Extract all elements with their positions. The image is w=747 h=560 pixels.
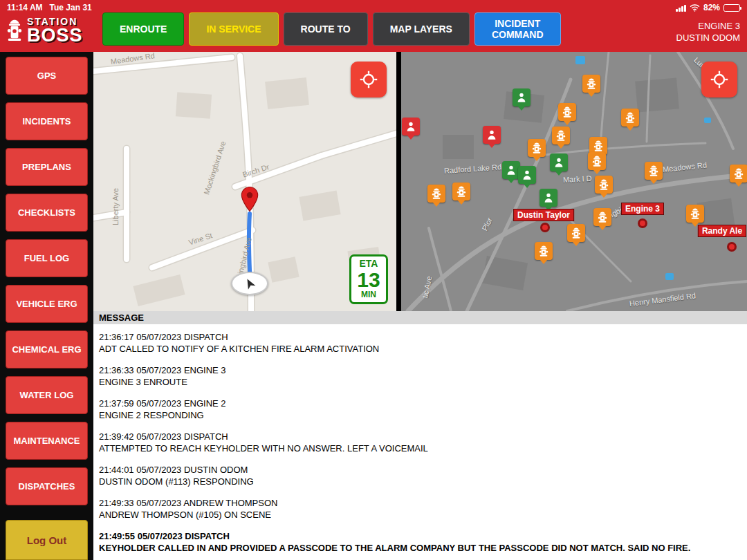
hydrant-marker[interactable] xyxy=(552,127,570,144)
gps-target-icon xyxy=(710,70,729,89)
message-body: ANDREW THOMPSON (#105) ON SCENE xyxy=(99,509,741,521)
message-timestamp: 21:39:42 05/07/2023 DISPATCH xyxy=(99,431,741,442)
hydrant-logo-icon xyxy=(6,19,24,44)
message-timestamp: 21:37:59 05/07/2023 ENGINE 2 xyxy=(99,398,741,409)
unit-location-dot[interactable] xyxy=(540,223,550,232)
hydrant-marker[interactable] xyxy=(621,109,639,127)
fire-hydrant-icon xyxy=(592,140,605,152)
hydrant-marker[interactable] xyxy=(686,205,704,223)
person-icon xyxy=(521,169,533,181)
fire-hydrant-icon xyxy=(430,187,443,200)
sidebar-item-gps[interactable]: GPS xyxy=(6,57,88,95)
locate-button[interactable] xyxy=(351,62,387,97)
fire-hydrant-icon xyxy=(598,178,610,191)
message-panel-title: MESSAGE xyxy=(93,311,747,324)
cellular-signal-icon xyxy=(676,4,686,12)
message-body: ADT CALLED TO NOTIFY OF A KITCHEN FIRE A… xyxy=(99,343,741,355)
hydrant-marker[interactable] xyxy=(588,152,606,170)
message-item: 21:39:42 05/07/2023 DISPATCHATTEMPTED TO… xyxy=(99,431,741,454)
fire-hydrant-icon xyxy=(561,106,573,118)
hydrant-marker[interactable] xyxy=(645,162,663,180)
hydrant-marker[interactable] xyxy=(567,224,585,242)
sidebar-item-water-log[interactable]: WATER LOG xyxy=(6,376,88,414)
person-icon xyxy=(542,192,555,204)
person-icon xyxy=(486,129,498,141)
fire-hydrant-icon xyxy=(555,129,567,142)
fire-hydrant-icon xyxy=(537,245,550,257)
hydrant-marker[interactable] xyxy=(593,208,611,226)
hydrant-marker[interactable] xyxy=(582,75,600,93)
map-layers-button[interactable]: MAP LAYERS xyxy=(373,12,470,46)
person-icon xyxy=(515,91,528,104)
map-unit-label[interactable]: Randy Ale xyxy=(698,225,746,237)
hydrant-marker[interactable] xyxy=(730,165,747,183)
personnel-marker[interactable] xyxy=(550,153,568,171)
enroute-button[interactable]: ENROUTE xyxy=(102,12,184,46)
incident-command-button[interactable]: INCIDENTCOMMAND xyxy=(474,12,561,46)
navigation-arrow-icon xyxy=(241,275,258,292)
sidebar-item-vehicle-erg[interactable]: VEHICLE ERG xyxy=(6,285,88,323)
eta-unit: MIN xyxy=(351,290,386,299)
message-body: ATTEMPTED TO REACH KEYHOLDER WITH NO ANS… xyxy=(99,442,741,454)
sidebar-item-maintenance[interactable]: MAINTENANCE xyxy=(6,422,88,460)
message-body: KEYHOLDER CALLED IN AND PROVIDED A PASSC… xyxy=(99,542,741,554)
message-item: 21:44:01 05/07/2023 DUSTIN ODOMDUSTIN OD… xyxy=(99,464,741,487)
fire-hydrant-icon xyxy=(647,165,660,177)
navigation-map[interactable]: Meadows RdMockingbird AveBirch DrLiberty… xyxy=(93,52,396,311)
person-icon xyxy=(505,164,517,176)
personnel-marker[interactable] xyxy=(518,166,536,184)
message-list[interactable]: 21:36:17 05/07/2023 DISPATCHADT CALLED T… xyxy=(93,324,747,560)
personnel-marker[interactable] xyxy=(483,126,501,144)
hydrant-marker[interactable] xyxy=(535,242,553,260)
fire-hydrant-icon xyxy=(591,155,603,167)
route-to-button[interactable]: ROUTE TO xyxy=(284,12,368,46)
message-timestamp: 21:44:01 05/07/2023 DUSTIN ODOM xyxy=(99,464,741,476)
hydrant-marker[interactable] xyxy=(595,176,613,194)
sidebar-item-fuel-log[interactable]: FUEL LOG xyxy=(6,239,88,277)
logout-button[interactable]: Log Out xyxy=(6,520,88,560)
map-unit-label[interactable]: Dustin Taylor xyxy=(513,209,574,221)
fire-hydrant-icon xyxy=(585,77,598,90)
hydrant-marker[interactable] xyxy=(558,103,576,121)
eta-label: ETA xyxy=(351,259,386,269)
in-service-button[interactable]: IN SERVICE xyxy=(189,12,278,46)
unit-user-block: ENGINE 3 DUSTIN ODOM xyxy=(676,20,740,44)
map-unit-label[interactable]: Engine 3 xyxy=(621,203,664,215)
message-body: ENGINE 3 ENROUTE xyxy=(99,376,741,388)
message-body: DUSTIN ODOM (#113) RESPONDING xyxy=(99,476,741,487)
sidebar-item-dispatches[interactable]: DISPATCHES xyxy=(6,467,88,505)
sidebar-item-checklists[interactable]: CHECKLISTS xyxy=(6,194,88,232)
person-icon xyxy=(553,156,565,169)
message-panel: MESSAGE 21:36:17 05/07/2023 DISPATCHADT … xyxy=(93,311,747,560)
personnel-marker[interactable] xyxy=(540,189,557,207)
unit-location-dot[interactable] xyxy=(638,218,647,228)
hydrant-marker[interactable] xyxy=(452,183,470,200)
hydrant-marker[interactable] xyxy=(528,139,546,157)
personnel-marker[interactable] xyxy=(402,118,420,136)
unit-name: ENGINE 3 xyxy=(676,20,740,32)
street-label: Mark I D xyxy=(563,174,592,184)
eta-badge: ETA 13 MIN xyxy=(349,254,388,304)
fire-hydrant-icon xyxy=(455,185,468,198)
fire-hydrant-icon xyxy=(732,167,745,180)
user-name: DUSTIN ODOM xyxy=(676,32,740,44)
station-boss-logo: STATION BOSS xyxy=(6,17,83,45)
message-body: ENGINE 2 RESPONDING xyxy=(99,409,741,421)
sidebar-item-chemical-erg[interactable]: CHEMICAL ERG xyxy=(6,330,88,368)
person-icon xyxy=(405,120,417,133)
unit-location-dot[interactable] xyxy=(727,242,737,252)
battery-percent: 82% xyxy=(703,3,720,12)
incident-map[interactable]: LumRadford Lake RdMark I DMeadows Rdckin… xyxy=(401,52,747,311)
wifi-icon xyxy=(690,3,700,12)
water-feature xyxy=(704,118,711,123)
header-button-row: ENROUTEIN SERVICEROUTE TOMAP LAYERSINCID… xyxy=(102,12,561,46)
message-item: 21:37:59 05/07/2023 ENGINE 2ENGINE 2 RES… xyxy=(99,398,741,421)
sidebar-item-preplans[interactable]: PREPLANS xyxy=(6,148,88,186)
personnel-marker[interactable] xyxy=(513,88,531,106)
locate-button[interactable] xyxy=(701,62,737,97)
hydrant-marker[interactable] xyxy=(427,185,445,203)
destination-pin xyxy=(240,186,259,212)
sidebar-item-incidents[interactable]: INCIDENTS xyxy=(6,102,88,140)
message-timestamp: 21:49:55 05/07/2023 DISPATCH xyxy=(99,530,741,542)
sidebar: GPSINCIDENTSPREPLANSCHECKLISTSFUEL LOGVE… xyxy=(0,52,93,560)
